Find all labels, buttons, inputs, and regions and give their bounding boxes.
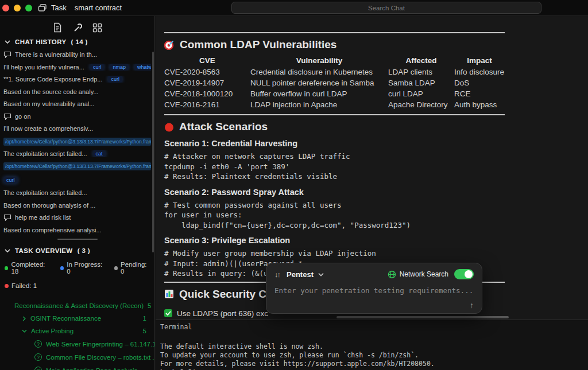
terminal-title: Terminal	[156, 320, 588, 331]
task-status-summary: Completed: 18 In Progress: 0 Pending: 0 …	[0, 256, 154, 289]
chat-item[interactable]: There is a vulnerability in th...	[3, 51, 151, 58]
mode-selector[interactable]: Pentest	[287, 270, 324, 279]
scenario-2-code: # Test common passwords against all user…	[164, 200, 505, 231]
toggle-knob	[465, 270, 473, 278]
minimize-window-button[interactable]	[14, 5, 21, 11]
question-circle-icon: ?	[34, 353, 42, 361]
bar-chart-icon	[164, 289, 174, 299]
chat-item[interactable]: The exploitation script failed... cat	[3, 150, 151, 157]
chat-history-header[interactable]: CHAT HISTORY ( 14 )	[0, 34, 154, 48]
chat-bubble-icon	[3, 214, 11, 221]
chat-item[interactable]: Based on the source code analy...	[3, 88, 151, 95]
tree-node-active-probing[interactable]: Active Probing 5	[5, 328, 150, 334]
failed-count: Failed: 1	[11, 282, 37, 289]
sidebar-divider	[57, 239, 98, 240]
chevron-right-icon	[22, 316, 26, 321]
vuln-section-title: Common LDAP Vulnerabilities	[164, 38, 505, 51]
red-circle-icon	[164, 122, 174, 132]
chat-item[interactable]: The exploitation script failed...	[3, 189, 151, 196]
chevron-down-icon	[5, 248, 10, 253]
chat-item-badges: curl	[3, 174, 151, 184]
chat-item[interactable]: I'll help you identify vulnera... curl n…	[3, 64, 151, 71]
in-progress-count: In Progress: 0	[67, 261, 105, 275]
sort-arrows-icon: ↓↑	[274, 270, 280, 279]
target-icon	[164, 40, 175, 50]
document-icon[interactable]	[53, 22, 62, 33]
chat-item[interactable]: **1. Source Code Exposure Endp... curl	[3, 76, 151, 83]
wrench-icon[interactable]	[72, 23, 82, 33]
completed-dot	[5, 266, 8, 270]
network-search-label: Network Search	[400, 270, 448, 278]
pending-dot	[114, 266, 118, 270]
attack-section-title: Attack Scenarios	[164, 120, 505, 133]
content-divider	[164, 32, 505, 33]
app-label: Task	[51, 3, 67, 12]
task-tree: Reconnaissance & Asset Discovery (Recon)…	[0, 297, 154, 370]
close-window-button[interactable]	[2, 5, 9, 11]
chat-item[interactable]: Based on comprehensive analysi...	[3, 227, 151, 233]
node-count: 5	[143, 328, 150, 334]
table-row: CVE-2020-8563 Credential disclosure in K…	[164, 67, 505, 77]
task-name: smart contract	[75, 3, 122, 12]
chevron-down-icon	[318, 272, 324, 276]
globe-icon	[388, 270, 396, 279]
mode-label: Pentest	[287, 270, 314, 279]
content-divider	[164, 114, 505, 115]
table-row: CVE-2016-2161 LDAP injection in Apache A…	[164, 99, 505, 110]
node-count: 1	[143, 315, 150, 322]
tool-badge: curl	[3, 177, 18, 184]
scenario-2-heading: Scenario 2: Password Spray Attack	[164, 188, 505, 197]
tool-badge: curl	[90, 64, 105, 71]
chat-bubble-icon	[3, 113, 11, 120]
tree-leaf-file-discovery[interactable]: ? Common File Discovery – robots.txt ...	[5, 353, 150, 361]
chat-item[interactable]: Based on my vulnerability anal...	[3, 100, 151, 107]
horizontal-scrollbar[interactable]	[336, 316, 509, 318]
tree-node-osint[interactable]: OSINT Reconnaissance 1	[5, 315, 150, 322]
chat-bubble-icon	[3, 51, 11, 58]
tool-badge: whatweb	[134, 64, 151, 71]
task-overview-header[interactable]: TASK OVERVIEW ( 3 )	[0, 243, 154, 256]
table-header-row: CVE Vulnerability Affected Impact	[164, 55, 505, 67]
chat-item[interactable]: Based on thorough analysis of ...	[3, 202, 151, 209]
in-progress-dot	[60, 266, 64, 270]
title-bar: Task smart contract	[0, 0, 588, 16]
node-count: 5	[148, 302, 154, 309]
tool-badge: nmap	[110, 64, 129, 71]
table-row: CVE-2018-1000120 Buffer overflow in curl…	[164, 88, 505, 99]
scenario-3-heading: Scenario 3: Privilege Escalation	[164, 236, 505, 245]
chevron-down-icon	[5, 40, 10, 44]
pending-count: Pending: 0	[121, 261, 150, 275]
pentest-input-panel: ↓↑ Pentest Network Search ↑	[266, 263, 482, 314]
chat-history-count: ( 14 )	[71, 38, 88, 45]
sidebar: CHAT HISTORY ( 14 ) There is a vulnerabi…	[0, 16, 155, 370]
chat-history-label: CHAT HISTORY	[15, 38, 67, 45]
tree-node-recon[interactable]: Reconnaissance & Asset Discovery (Recon)…	[5, 302, 150, 309]
chat-item-path[interactable]: /opt/homebrew/Cellar/python@3.13/3.13.7/…	[3, 162, 151, 170]
vulnerability-table: CVE Vulnerability Affected Impact CVE-20…	[164, 55, 505, 110]
maximize-window-button[interactable]	[25, 5, 32, 11]
sidebar-scrollbar[interactable]	[152, 52, 154, 252]
task-folder-icon	[38, 4, 47, 12]
chat-item[interactable]: help me add risk list	[3, 214, 151, 221]
send-button[interactable]: ↑	[470, 301, 474, 310]
scenario-1-code: # Attacker on network captures LDAP traf…	[164, 151, 505, 182]
scenario-1-heading: Scenario 1: Credential Harvesting	[164, 139, 505, 148]
tree-leaf-web-fingerprinting[interactable]: ? Web Server Fingerprinting – 61.147.1..…	[5, 340, 150, 348]
terminal-output: The default interactive shell is now zsh…	[156, 331, 588, 370]
chat-item-path[interactable]: /opt/homebrew/Cellar/python@3.13/3.13.7/…	[3, 138, 151, 146]
question-circle-icon: ?	[34, 367, 42, 370]
window-controls	[2, 5, 32, 11]
chevron-down-icon	[22, 329, 27, 333]
network-search-toggle[interactable]	[454, 269, 474, 279]
pentest-requirements-input[interactable]	[274, 286, 474, 295]
grid-icon[interactable]	[92, 23, 102, 33]
chat-item[interactable]: go on	[3, 113, 151, 120]
search-chat-input[interactable]	[231, 2, 541, 14]
chat-item[interactable]: I'll now create a comprehensiv...	[3, 125, 151, 132]
tool-badge: cat	[93, 150, 106, 157]
task-overview-count: ( 3 )	[78, 247, 90, 254]
chat-history-list: There is a vulnerability in th... I'll h…	[0, 48, 154, 233]
completed-count: Completed: 18	[11, 261, 51, 275]
terminal-panel[interactable]: Terminal The default interactive shell i…	[156, 320, 588, 370]
tree-leaf-main-page-analysis[interactable]: ? Main Application Page Analysis	[5, 367, 150, 370]
